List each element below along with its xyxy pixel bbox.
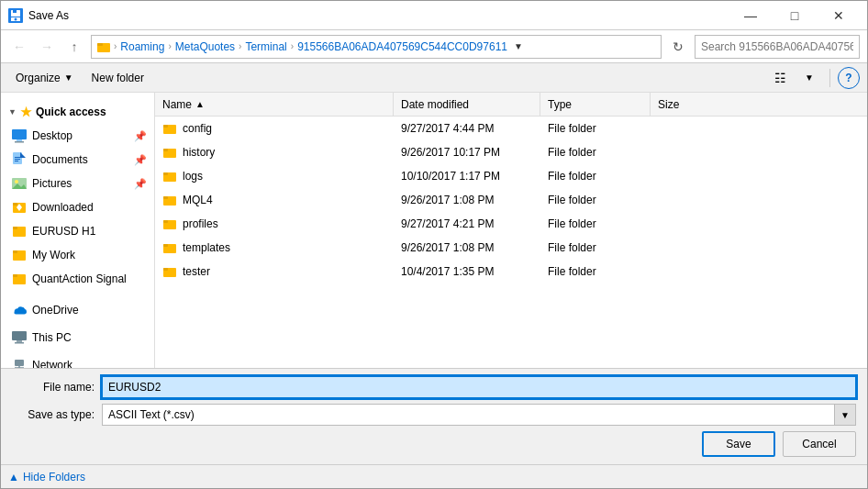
sidebar-item-desktop[interactable]: Desktop 📌: [1, 124, 154, 148]
col-header-type[interactable]: Type: [540, 93, 651, 116]
filetype-label: Save as type:: [12, 408, 95, 421]
filename-label: File name:: [12, 381, 95, 394]
file-name: tester: [183, 265, 210, 278]
sidebar-item-onedrive[interactable]: OneDrive: [1, 298, 154, 322]
network-section: Network: [1, 353, 154, 368]
file-cell-type: File folder: [540, 117, 651, 139]
sidebar-item-mywork[interactable]: My Work: [1, 243, 154, 267]
mywork-folder-icon: [12, 248, 27, 262]
table-row[interactable]: profiles 9/27/2017 4:21 PM File folder: [155, 212, 867, 236]
forward-button[interactable]: →: [36, 36, 58, 58]
close-button[interactable]: ✕: [818, 1, 860, 30]
file-cell-type: File folder: [540, 260, 651, 283]
breadcrumb-terminal[interactable]: Terminal: [245, 40, 286, 53]
file-cell-name: config: [155, 117, 394, 139]
sidebar: ▼ ★ Quick access Desktop 📌: [1, 93, 155, 368]
breadcrumb-sep-3: ›: [239, 41, 241, 51]
sidebar-item-network[interactable]: Network: [1, 353, 154, 368]
file-rows-container: config 9/27/2017 4:44 PM File folder his…: [155, 117, 867, 283]
col-header-date[interactable]: Date modified: [394, 93, 540, 116]
table-row[interactable]: config 9/27/2017 4:44 PM File folder: [155, 117, 867, 140]
collapse-arrow: ▼: [8, 107, 17, 117]
organize-label: Organize: [16, 72, 61, 84]
breadcrumb-roaming[interactable]: Roaming: [120, 40, 164, 53]
folder-icon: [162, 217, 177, 231]
save-button[interactable]: Save: [702, 431, 775, 457]
table-row[interactable]: tester 10/4/2017 1:35 PM File folder: [155, 260, 867, 283]
table-row[interactable]: logs 10/10/2017 1:17 PM File folder: [155, 164, 867, 188]
sidebar-item-eurusd[interactable]: EURUSD H1: [1, 219, 154, 243]
file-cell-name: logs: [155, 164, 394, 187]
sidebar-item-quantaction[interactable]: QuantAction Signal: [1, 267, 154, 291]
sidebar-item-eurusd-label: EURUSD H1: [32, 225, 95, 238]
svg-rect-24: [13, 250, 17, 253]
file-cell-size: [651, 212, 724, 235]
file-cell-date: 9/26/2017 1:08 PM: [394, 188, 540, 211]
save-button-label: Save: [726, 438, 751, 450]
table-row[interactable]: MQL4 9/26/2017 1:08 PM File folder: [155, 188, 867, 212]
col-header-size[interactable]: Size: [651, 93, 724, 116]
minimize-button[interactable]: —: [729, 1, 772, 30]
file-cell-size: [651, 260, 724, 283]
breadcrumb-guid[interactable]: 915566BA06ADA407569C544CC0D97611: [297, 40, 507, 53]
file-cell-size: [651, 236, 724, 259]
view-toggle-button[interactable]: ☷: [767, 67, 793, 89]
file-cell-type: File folder: [540, 188, 651, 211]
sidebar-item-pictures-label: Pictures: [32, 177, 72, 190]
sidebar-item-downloaded[interactable]: Downloaded: [1, 195, 154, 219]
file-name: MQL4: [183, 194, 213, 206]
filename-row: File name:: [12, 376, 856, 398]
svg-rect-22: [13, 227, 17, 229]
quick-access-header[interactable]: ▼ ★ Quick access: [1, 100, 154, 124]
save-as-dialog: Save As — □ ✕ ← → ↑ › Roaming › MetaQuot…: [0, 0, 868, 489]
breadcrumb-dropdown-button[interactable]: ▼: [511, 35, 526, 59]
table-row[interactable]: templates 9/26/2017 1:08 PM File folder: [155, 236, 867, 260]
sidebar-item-downloaded-label: Downloaded: [32, 201, 94, 214]
svg-point-16: [15, 180, 18, 183]
onedrive-icon: [12, 303, 27, 317]
file-cell-size: [651, 188, 724, 211]
table-row[interactable]: history 9/26/2017 10:17 PM File folder: [155, 140, 867, 164]
col-size-label: Size: [658, 98, 679, 111]
sidebar-item-documents-label: Documents: [32, 153, 88, 166]
sidebar-item-thispc[interactable]: This PC: [1, 326, 154, 350]
svg-point-4: [15, 17, 17, 20]
col-date-label: Date modified: [401, 98, 469, 111]
cancel-button[interactable]: Cancel: [783, 431, 856, 457]
file-cell-date: 9/27/2017 4:21 PM: [394, 212, 540, 235]
svg-rect-19: [13, 203, 17, 206]
sidebar-item-pictures[interactable]: Pictures 📌: [1, 172, 154, 195]
pin-icon-docs: 📌: [134, 154, 147, 166]
pin-icon: 📌: [134, 130, 147, 142]
search-input[interactable]: [695, 35, 860, 59]
folder-icon: [162, 169, 177, 183]
file-cell-size: [651, 140, 724, 163]
filetype-select[interactable]: ASCII Text (*.csv) CSV (*.csv) All Files…: [102, 404, 856, 426]
svg-rect-2: [13, 10, 17, 13]
breadcrumb-sep-1: ›: [114, 41, 117, 51]
help-button[interactable]: ?: [838, 67, 860, 89]
back-button[interactable]: ←: [8, 36, 30, 58]
refresh-button[interactable]: ↻: [667, 36, 689, 58]
file-name: profiles: [183, 217, 218, 230]
sidebar-item-documents[interactable]: Documents 📌: [1, 148, 154, 172]
file-list: Name ▲ Date modified Type Size config 9/…: [155, 93, 867, 368]
file-cell-type: File folder: [540, 164, 651, 187]
file-cell-name: tester: [155, 260, 394, 283]
filename-input[interactable]: [102, 376, 856, 398]
svg-rect-30: [15, 360, 24, 366]
svg-rect-13: [15, 159, 20, 160]
view-arrow-button[interactable]: ▼: [796, 67, 822, 89]
breadcrumb-metaquotes[interactable]: MetaQuotes: [175, 40, 235, 53]
new-folder-button[interactable]: New folder: [84, 67, 151, 89]
organize-arrow: ▼: [64, 72, 73, 83]
hide-folders-button[interactable]: ▲ Hide Folders: [8, 471, 85, 483]
organize-button[interactable]: Organize ▼: [8, 67, 81, 89]
window-title: Save As: [28, 9, 69, 22]
file-name: templates: [183, 241, 230, 254]
file-cell-name: templates: [155, 236, 394, 259]
maximize-button[interactable]: □: [773, 1, 816, 30]
bottom-panel: File name: Save as type: ASCII Text (*.c…: [1, 368, 867, 464]
col-header-name[interactable]: Name ▲: [155, 93, 394, 116]
up-button[interactable]: ↑: [63, 36, 85, 58]
